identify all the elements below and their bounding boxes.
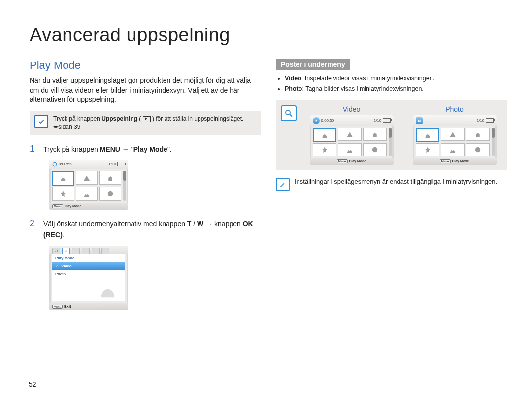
menu-bottom: MenuExit [49, 303, 128, 310]
step-number-2: 2 [30, 219, 38, 241]
pv-t5 [338, 143, 362, 156]
pp-grid [413, 126, 497, 158]
s2e: → knappen [203, 220, 242, 228]
preview-col-photo: Photo 1/10 [406, 105, 502, 165]
pp-bottom-label: Play Mode [452, 159, 469, 163]
pp-t6 [466, 143, 490, 156]
pv-chip: 0:00:55 [313, 117, 334, 124]
menu-tab-1 [52, 248, 60, 254]
thumb-5 [76, 187, 98, 201]
menu-tab-5 [92, 248, 100, 254]
thumb-3 [99, 171, 121, 185]
b1l: Video [285, 75, 301, 82]
page-number: 52 [29, 380, 36, 388]
menu-option-photo: Photo [52, 270, 125, 278]
menu-background-art [52, 278, 125, 301]
menu-option-video: Video [52, 262, 125, 270]
pv-counter: 1/10 [374, 118, 382, 123]
check-icon [34, 115, 48, 128]
preview-screen-photo: 1/10 MenuPlay Mode [413, 115, 497, 165]
battery-icon-pp [486, 118, 494, 123]
s2c: / [191, 220, 197, 228]
menu-badge-a: Menu [52, 204, 63, 208]
s1a: Tryck på knappen [43, 145, 100, 153]
pencil-icon [276, 178, 290, 191]
pp-t2 [441, 128, 465, 141]
screen-a-bottom-label: Play Mode [65, 204, 82, 208]
s1e: ". [167, 145, 172, 153]
bullet-video: Video: Inspelade videor visas i miniatyr… [285, 74, 507, 83]
pv-scroll [389, 128, 392, 156]
screen-a-counter-wrap: 1/10 [108, 162, 125, 166]
pp-t5 [441, 143, 465, 156]
thumb-4 [52, 187, 74, 201]
menu-bottom-label: Exit [64, 304, 71, 309]
thumb-1 [52, 171, 74, 186]
battery-icon-pv [383, 118, 391, 123]
pp-bottom: MenuPlay Mode [413, 158, 497, 165]
submenu-heading: Poster i undermeny [276, 59, 350, 70]
svg-line-5 [290, 114, 292, 117]
thumb-6 [99, 187, 121, 201]
playback-inline-icon [143, 116, 151, 122]
menu-badge-b: Menu [52, 305, 63, 309]
svg-rect-3 [65, 250, 67, 252]
s1b: MENU [100, 145, 120, 153]
svg-point-9 [419, 120, 420, 121]
screen-a-bottom: MenuPlay Mode [49, 203, 128, 210]
photo-mode-chip-icon [416, 117, 423, 124]
pp-counter-wrap: 1/10 [477, 118, 494, 123]
pp-t3 [466, 128, 490, 141]
pp-scroll-thumb [492, 128, 495, 138]
note-box: Tryck på knappen Uppspelning ( ) för att… [30, 111, 261, 135]
s2a: Välj önskat undermenyalternativ med knap… [43, 220, 187, 228]
preview-col-video: Video 0:00:55 1/10 [303, 105, 399, 165]
screen-a-time: 0:00:55 [59, 162, 72, 166]
preview-block: Video 0:00:55 1/10 [276, 100, 507, 170]
note-ref: ➥sidan 39 [53, 124, 80, 130]
note-text: Tryck på knappen Uppspelning ( ) för att… [53, 115, 256, 131]
scroll-track [123, 171, 126, 201]
preview-pair: Video 0:00:55 1/10 [303, 105, 502, 165]
menu-tab-3 [72, 248, 80, 254]
b1t: : Inspelade videor visas i miniatyrindex… [301, 75, 434, 82]
b2l: Photo [285, 85, 302, 92]
battery-icon [117, 162, 125, 166]
bullet-photo: Photo: Tagna bilder visas i miniatyrinde… [285, 84, 507, 94]
magnifier-icon [281, 105, 297, 121]
svg-point-0 [53, 162, 57, 166]
svg-marker-6 [315, 119, 317, 122]
b2t: : Tagna bilder visas i miniatyrindexvisn… [302, 85, 423, 92]
pv-scroll-thumb [389, 128, 392, 138]
step-2-text: Välj önskat undermenyalternativ med knap… [43, 219, 261, 241]
screen-a-topbar: 0:00:55 1/10 [49, 160, 128, 169]
pv-bottom-label: Play Mode [349, 159, 366, 163]
camera-screen-menu: Play Mode Video Photo MenuExit [49, 246, 128, 310]
menu-tab-2 [62, 248, 70, 254]
pp-menu-badge: Menu [440, 159, 451, 163]
pv-t1 [313, 128, 336, 142]
page-title: Avancerad uppspelning [30, 25, 507, 48]
menu-title-row: Play Mode [52, 254, 125, 262]
pv-top: 0:00:55 1/10 [310, 115, 394, 126]
step-number-1: 1 [30, 144, 38, 155]
pp-top: 1/10 [413, 115, 497, 126]
note-p1: ( [137, 115, 143, 122]
note-bold: Uppspelning [101, 115, 137, 122]
video-mode-chip-icon [313, 117, 320, 124]
menu-tab-4 [82, 248, 90, 254]
svg-point-4 [286, 110, 290, 115]
note-p2: ) för att ställa in uppspelningsläget. [151, 115, 244, 122]
pp-counter: 1/10 [477, 118, 485, 123]
menu-opt1-label: Video [61, 264, 72, 268]
svg-point-1 [107, 191, 113, 197]
pv-t2 [338, 128, 362, 141]
tip-row: Inställningar i spellägesmenyn är endast… [276, 178, 507, 191]
thumb-2 [76, 171, 98, 185]
thumb-grid-a [49, 169, 128, 203]
mode-label-video: Video [303, 105, 399, 113]
camera-screen-thumbnails: 0:00:55 1/10 MenuPl [49, 160, 128, 210]
submenu-bullets: Video: Inspelade videor visas i miniatyr… [276, 74, 507, 94]
preview-screen-video: 0:00:55 1/10 [310, 115, 394, 165]
s1c: → " [120, 145, 133, 153]
